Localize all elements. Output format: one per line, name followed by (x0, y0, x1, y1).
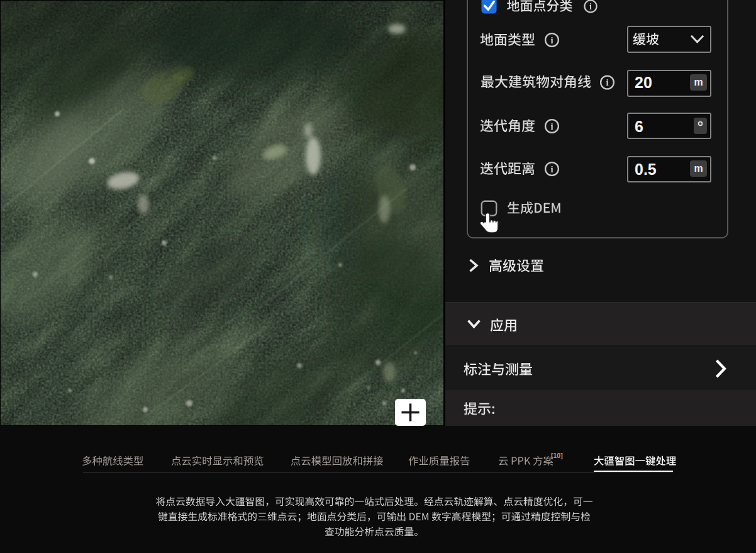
svg-text:i: i (606, 77, 608, 87)
svg-text:i: i (550, 164, 553, 174)
svg-text:i: i (550, 35, 553, 45)
svg-text:i: i (550, 121, 553, 131)
svg-text:i: i (589, 2, 592, 11)
